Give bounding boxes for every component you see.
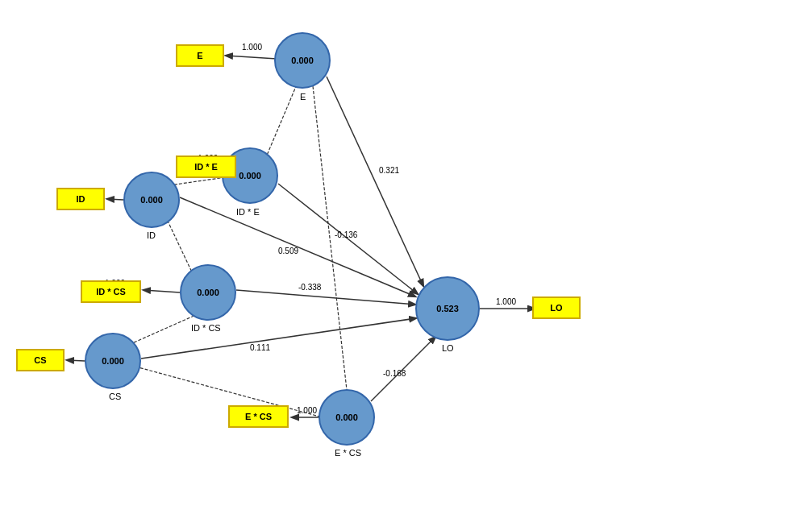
E-circle: 0.000 [274, 32, 331, 89]
LO-circle-value: 0.523 [436, 304, 459, 313]
IDE-circle-label: ID * E [236, 207, 260, 217]
CS-circle-label: CS [109, 392, 121, 401]
label-cs-lo: 0.111 [250, 343, 270, 352]
IDE-rect: ID * E [176, 155, 236, 178]
svg-line-7 [327, 77, 423, 286]
svg-line-14 [266, 85, 297, 157]
CS-circle-value: 0.000 [102, 356, 124, 366]
svg-line-3 [144, 290, 180, 292]
ECS-circle: 0.000 [319, 389, 375, 446]
label-e-rect: 1.000 [242, 43, 262, 52]
label-ecs-lo: -0.168 [383, 369, 406, 378]
ECS-rect: E * CS [228, 405, 289, 428]
CS-circle: 0.000 [85, 333, 141, 389]
label-e-lo: 0.321 [379, 166, 399, 175]
ID-circle-value: 0.000 [140, 195, 163, 205]
LO-circle-label: LO [442, 343, 454, 353]
E-rect: E [176, 44, 224, 67]
label-ide-lo: -0.136 [335, 230, 358, 239]
IDCS-circle-value: 0.000 [197, 288, 219, 297]
svg-line-16 [125, 314, 198, 346]
E-circle-label: E [300, 92, 306, 102]
ID-rect: ID [56, 188, 105, 210]
svg-line-13 [169, 177, 226, 185]
svg-line-10 [236, 290, 415, 305]
svg-line-1 [107, 199, 123, 200]
svg-line-11 [141, 318, 416, 359]
ID-circle-label: ID [147, 230, 156, 240]
ID-circle: 0.000 [123, 172, 180, 228]
ECS-circle-label: E * CS [335, 448, 361, 458]
LO-circle: 0.523 [415, 276, 480, 341]
label-lo-rect: 1.000 [496, 297, 516, 306]
svg-line-4 [67, 360, 85, 361]
ECS-circle-value: 0.000 [335, 413, 358, 422]
svg-line-15 [165, 216, 194, 276]
label-ecs-rect: 1.000 [297, 406, 317, 415]
IDCS-rect: ID * CS [81, 280, 141, 303]
IDCS-circle: 0.000 [180, 264, 236, 321]
CS-rect: CS [16, 349, 65, 371]
IDCS-circle-label: ID * CS [191, 323, 221, 333]
label-id-lo: 0.509 [278, 247, 298, 255]
IDE-circle-value: 0.000 [239, 171, 261, 180]
diagram-container: 1.000 1.000 -1.000 1.000 1.000 1.000 1.0… [0, 0, 812, 510]
label-idcs-lo: -0.338 [298, 283, 322, 292]
diagram-svg: 1.000 1.000 -1.000 1.000 1.000 1.000 1.0… [0, 0, 812, 510]
LO-rect: LO [532, 296, 581, 319]
E-circle-value: 0.000 [291, 56, 314, 65]
